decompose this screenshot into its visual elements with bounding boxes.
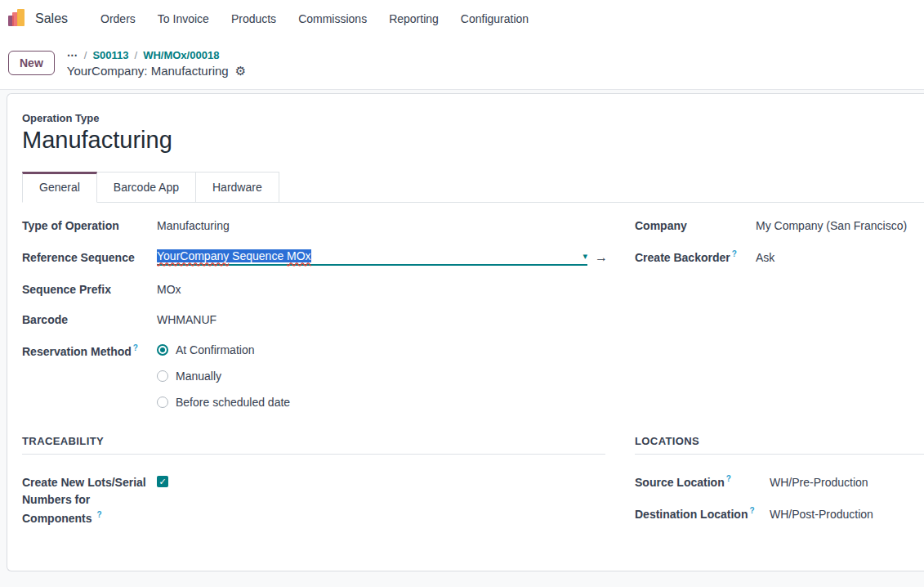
help-icon[interactable]: ?: [732, 249, 737, 258]
traceability-section-title: TRACEABILITY: [22, 435, 605, 455]
reservation-method-label: Reservation Method?: [22, 343, 157, 358]
sales-app-icon[interactable]: [8, 10, 26, 28]
breadcrumb-current-label: YourCompany: Manufacturing: [67, 64, 229, 78]
radio-label: At Confirmation: [176, 343, 254, 356]
radio-manually[interactable]: Manually: [157, 370, 290, 383]
misspelled-word: YourCompany: [157, 249, 229, 262]
tab-general[interactable]: General: [22, 172, 97, 203]
new-button[interactable]: New: [8, 51, 55, 75]
source-location-label-text: Source Location: [635, 476, 725, 489]
tab-barcode-app[interactable]: Barcode App: [97, 172, 196, 202]
field-destination-location: Destination Location? WH/Post-Production: [635, 506, 924, 521]
field-create-backorder: Create Backorder? Ask: [635, 249, 924, 264]
field-create-new-lots: Create New Lots/Serial Numbers for Compo…: [22, 474, 605, 527]
screen: Sales Orders To Invoice Products Commiss…: [0, 0, 924, 587]
form-fields: Type of Operation Manufacturing Referenc…: [22, 203, 924, 409]
nav-item-commissions[interactable]: Commissions: [298, 12, 367, 25]
form-column-right: Company My Company (San Francisco) Creat…: [635, 219, 924, 409]
radio-button-icon[interactable]: [157, 344, 168, 356]
operation-type-label: Operation Type: [22, 112, 924, 124]
field-type-of-operation: Type of Operation Manufacturing: [22, 219, 605, 232]
reservation-method-label-text: Reservation Method: [22, 345, 132, 358]
radio-label: Manually: [176, 370, 221, 383]
field-barcode: Barcode WHMANUF: [22, 313, 605, 326]
field-company: Company My Company (San Francisco): [635, 219, 924, 232]
form-sheet: Operation Type Manufacturing General Bar…: [7, 93, 924, 571]
breadcrumb-link-s00113[interactable]: S00113: [92, 49, 128, 61]
dropdown-caret-icon[interactable]: ▾: [583, 252, 587, 261]
breadcrumb-separator: /: [84, 49, 87, 61]
help-icon[interactable]: ?: [726, 474, 731, 483]
reference-sequence-input[interactable]: YourCompany Sequence MOx ▾: [157, 249, 587, 266]
destination-location-label: Destination Location?: [635, 506, 770, 521]
nav-item-reporting[interactable]: Reporting: [389, 12, 439, 25]
main-content: Operation Type Manufacturing General Bar…: [0, 90, 924, 587]
reference-sequence-label: Reference Sequence: [22, 251, 157, 264]
field-sequence-prefix: Sequence Prefix MOx: [22, 283, 605, 296]
source-location-label: Source Location?: [635, 474, 770, 489]
form-column-left: Type of Operation Manufacturing Referenc…: [22, 219, 605, 409]
nav-item-configuration[interactable]: Configuration: [461, 12, 529, 25]
reference-sequence-selected-text: YourCompany Sequence MOx: [157, 249, 311, 262]
help-icon[interactable]: ?: [749, 506, 754, 515]
company-label: Company: [635, 219, 756, 232]
nav-item-orders[interactable]: Orders: [100, 12, 136, 25]
main-nav: Sales Orders To Invoice Products Commiss…: [0, 0, 924, 37]
sequence-prefix-label: Sequence Prefix: [22, 283, 157, 296]
create-new-lots-label: Create New Lots/Serial Numbers for Compo…: [22, 474, 157, 527]
destination-location-value[interactable]: WH/Post-Production: [770, 508, 873, 521]
field-reference-sequence: Reference Sequence YourCompany Sequence …: [22, 249, 605, 266]
breadcrumb-row: New ⋯ / S00113 / WH/MOx/00018 YourCompan…: [0, 37, 924, 89]
breadcrumb: ⋯ / S00113 / WH/MOx/00018 YourCompany: M…: [67, 49, 246, 78]
source-location-value[interactable]: WH/Pre-Production: [770, 476, 868, 489]
reservation-method-radio-group: At Confirmation Manually Before schedule…: [157, 343, 290, 409]
type-of-operation-value[interactable]: Manufacturing: [157, 219, 230, 232]
barcode-value[interactable]: WHMANUF: [157, 313, 216, 326]
create-backorder-value[interactable]: Ask: [756, 251, 774, 264]
radio-button-icon[interactable]: [157, 370, 168, 382]
radio-before-scheduled-date[interactable]: Before scheduled date: [157, 396, 290, 409]
help-icon[interactable]: ?: [96, 510, 101, 519]
misspelled-word: MOx: [287, 249, 311, 262]
word: Sequence: [229, 249, 287, 262]
form-sections: TRACEABILITY Create New Lots/Serial Numb…: [22, 435, 924, 527]
radio-at-confirmation[interactable]: At Confirmation: [157, 343, 290, 356]
app-name[interactable]: Sales: [35, 11, 68, 26]
locations-section-title: LOCATIONS: [635, 435, 924, 455]
create-backorder-label: Create Backorder?: [635, 249, 756, 264]
breadcrumb-trail: ⋯ / S00113 / WH/MOx/00018: [67, 49, 246, 61]
gear-icon[interactable]: ⚙: [235, 65, 246, 77]
breadcrumb-link-wh-mox[interactable]: WH/MOx/00018: [143, 49, 219, 61]
traceability-section: TRACEABILITY Create New Lots/Serial Numb…: [22, 435, 605, 527]
locations-section: LOCATIONS Source Location? WH/Pre-Produc…: [635, 435, 924, 527]
destination-location-label-text: Destination Location: [635, 508, 748, 521]
nav-item-to-invoice[interactable]: To Invoice: [158, 12, 209, 25]
company-value[interactable]: My Company (San Francisco): [756, 219, 907, 232]
tab-hardware[interactable]: Hardware: [196, 172, 279, 202]
breadcrumb-separator: /: [135, 49, 138, 61]
page-title[interactable]: Manufacturing: [22, 127, 924, 154]
right-top-group: Company My Company (San Francisco) Creat…: [635, 219, 924, 264]
breadcrumb-ellipsis[interactable]: ⋯: [67, 49, 78, 61]
radio-label: Before scheduled date: [176, 396, 290, 409]
top-header: Sales Orders To Invoice Products Commiss…: [0, 0, 924, 90]
create-new-lots-checkbox[interactable]: ✓: [157, 476, 168, 487]
field-source-location: Source Location? WH/Pre-Production: [635, 474, 924, 489]
sequence-prefix-value[interactable]: MOx: [157, 283, 181, 296]
radio-button-icon[interactable]: [157, 397, 168, 408]
help-icon[interactable]: ?: [133, 343, 138, 352]
internal-link-arrow-icon[interactable]: →: [595, 251, 608, 264]
notebook-tabs: General Barcode App Hardware: [22, 172, 924, 203]
logo-bar: [17, 9, 25, 26]
breadcrumb-current: YourCompany: Manufacturing ⚙: [67, 64, 246, 78]
create-backorder-label-text: Create Backorder: [635, 251, 730, 264]
type-of-operation-label: Type of Operation: [22, 219, 157, 232]
nav-item-products[interactable]: Products: [231, 12, 276, 25]
create-new-lots-label-text: Create New Lots/Serial Numbers for Compo…: [22, 476, 146, 525]
barcode-label: Barcode: [22, 313, 157, 326]
field-reservation-method: Reservation Method? At Confirmation Manu…: [22, 343, 605, 409]
reference-sequence-wrap: YourCompany Sequence MOx ▾ →: [157, 249, 608, 266]
